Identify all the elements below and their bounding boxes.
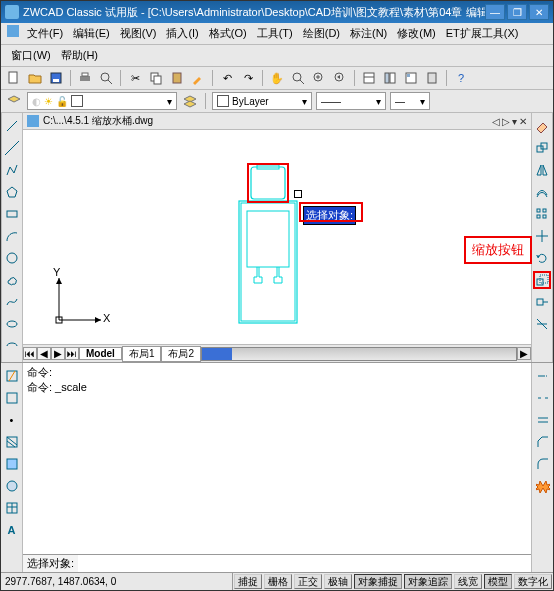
- region-icon[interactable]: [3, 477, 21, 495]
- lwt-toggle[interactable]: 线宽: [454, 574, 482, 589]
- doc-next-button[interactable]: ▷: [502, 116, 510, 127]
- digitizer-toggle[interactable]: 数字化: [514, 574, 552, 589]
- rotate-icon[interactable]: [533, 249, 551, 267]
- ortho-toggle[interactable]: 正交: [294, 574, 322, 589]
- minimize-button[interactable]: —: [485, 4, 505, 20]
- layer-tools-icon[interactable]: [181, 92, 199, 110]
- doc-prev-button[interactable]: ◁: [492, 116, 500, 127]
- polyline-icon[interactable]: [3, 161, 21, 179]
- toolpalette-icon[interactable]: [402, 69, 420, 87]
- close-button[interactable]: ✕: [529, 4, 549, 20]
- array-icon[interactable]: [533, 205, 551, 223]
- open-icon[interactable]: [26, 69, 44, 87]
- drawing-canvas[interactable]: 选择对象: X Y: [23, 130, 531, 344]
- osnap-toggle[interactable]: 对象捕捉: [354, 574, 402, 589]
- makeblock-icon[interactable]: [3, 389, 21, 407]
- table-icon[interactable]: [3, 499, 21, 517]
- spline-icon[interactable]: [3, 293, 21, 311]
- tab-prev-button[interactable]: ◀: [37, 347, 51, 360]
- hatch-icon[interactable]: [3, 433, 21, 451]
- zoom-window-icon[interactable]: [310, 69, 328, 87]
- new-icon[interactable]: [5, 69, 23, 87]
- hscrollbar[interactable]: [201, 347, 517, 361]
- polygon-icon[interactable]: [3, 183, 21, 201]
- menu-tools[interactable]: 工具(T): [253, 25, 297, 42]
- tab-next-button[interactable]: ▶: [51, 347, 65, 360]
- copy-icon[interactable]: [147, 69, 165, 87]
- zoom-prev-icon[interactable]: [331, 69, 349, 87]
- tab-model[interactable]: Model: [79, 347, 122, 360]
- linetype-combo[interactable]: ——▾: [316, 92, 386, 110]
- menu-help[interactable]: 帮助(H): [57, 47, 102, 64]
- explode-icon[interactable]: [534, 477, 552, 495]
- paste-icon[interactable]: [168, 69, 186, 87]
- tab-first-button[interactable]: ⏮: [23, 347, 37, 360]
- chamfer-icon[interactable]: [534, 433, 552, 451]
- menu-window[interactable]: 窗口(W): [7, 47, 55, 64]
- point-icon[interactable]: •: [3, 411, 21, 429]
- menu-format[interactable]: 格式(O): [205, 25, 251, 42]
- print-icon[interactable]: [76, 69, 94, 87]
- command-input[interactable]: [78, 555, 531, 572]
- layer-icon[interactable]: [5, 92, 23, 110]
- mtext-icon[interactable]: A: [3, 521, 21, 539]
- cut-icon[interactable]: ✂: [126, 69, 144, 87]
- zoom-realtime-icon[interactable]: [289, 69, 307, 87]
- menu-ettools[interactable]: ET扩展工具(X): [442, 25, 523, 42]
- calc-icon[interactable]: [423, 69, 441, 87]
- menu-modify[interactable]: 修改(M): [393, 25, 440, 42]
- move-icon[interactable]: [533, 227, 551, 245]
- line-icon[interactable]: [3, 117, 21, 135]
- grid-toggle[interactable]: 栅格: [264, 574, 292, 589]
- trim-icon[interactable]: [533, 315, 551, 333]
- matchprop-icon[interactable]: [189, 69, 207, 87]
- pan-icon[interactable]: ✋: [268, 69, 286, 87]
- copy-object-icon[interactable]: [533, 139, 551, 157]
- menu-insert[interactable]: 插入(I): [162, 25, 202, 42]
- tab-last-button[interactable]: ⏭: [65, 347, 79, 360]
- scale-icon[interactable]: [533, 271, 551, 289]
- revcloud-icon[interactable]: [3, 271, 21, 289]
- arc-icon[interactable]: [3, 227, 21, 245]
- doc-close-button[interactable]: ✕: [519, 116, 527, 127]
- scroll-right-button[interactable]: ▶: [517, 347, 531, 360]
- stretch-icon[interactable]: [533, 293, 551, 311]
- fillet-icon[interactable]: [534, 455, 552, 473]
- insertblock-icon[interactable]: [3, 367, 21, 385]
- erase-icon[interactable]: [533, 117, 551, 135]
- menu-draw[interactable]: 绘图(D): [299, 25, 344, 42]
- designcenter-icon[interactable]: [381, 69, 399, 87]
- ellipsearc-icon[interactable]: [3, 337, 21, 355]
- save-icon[interactable]: [47, 69, 65, 87]
- properties-icon[interactable]: [360, 69, 378, 87]
- document-tab[interactable]: C:\...\4.5.1 缩放水桶.dwg: [43, 114, 153, 128]
- preview-icon[interactable]: [97, 69, 115, 87]
- model-toggle[interactable]: 模型: [484, 574, 512, 589]
- tab-layout2[interactable]: 布局2: [161, 346, 201, 362]
- xline-icon[interactable]: [3, 139, 21, 157]
- doc-menu-button[interactable]: ▾: [512, 116, 517, 127]
- command-log[interactable]: 命令: 命令: _scale: [23, 363, 531, 554]
- layer-combo[interactable]: ◐☀🔓 ▾: [27, 92, 177, 110]
- snap-toggle[interactable]: 捕捉: [234, 574, 262, 589]
- lineweight-combo[interactable]: —▾: [390, 92, 430, 110]
- maximize-button[interactable]: ❐: [507, 4, 527, 20]
- help-icon[interactable]: ?: [452, 69, 470, 87]
- undo-icon[interactable]: ↶: [218, 69, 236, 87]
- join-icon[interactable]: [534, 411, 552, 429]
- offset-icon[interactable]: [533, 183, 551, 201]
- ellipse-icon[interactable]: [3, 315, 21, 333]
- redo-icon[interactable]: ↷: [239, 69, 257, 87]
- menu-view[interactable]: 视图(V): [116, 25, 161, 42]
- tab-layout1[interactable]: 布局1: [122, 346, 162, 362]
- menu-edit[interactable]: 编辑(E): [69, 25, 114, 42]
- circle-icon[interactable]: [3, 249, 21, 267]
- color-combo[interactable]: ByLayer ▾: [212, 92, 312, 110]
- menu-file[interactable]: 文件(F): [23, 25, 67, 42]
- break-icon[interactable]: [534, 389, 552, 407]
- otrack-toggle[interactable]: 对象追踪: [404, 574, 452, 589]
- gradient-icon[interactable]: [3, 455, 21, 473]
- rectangle-icon[interactable]: [3, 205, 21, 223]
- menu-dimension[interactable]: 标注(N): [346, 25, 391, 42]
- extend-icon[interactable]: [534, 367, 552, 385]
